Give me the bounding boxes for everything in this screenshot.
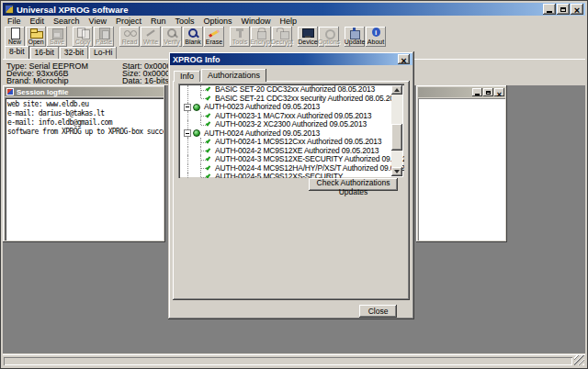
collapse-icon[interactable]	[184, 104, 191, 111]
check-authorizations-updates-button[interactable]: Check Authorizations Updates	[309, 178, 398, 191]
tree-root-guide	[187, 155, 188, 164]
toolbar: NewOpenSaveCopyPasteReadWriteVerifyBlank…	[3, 27, 585, 48]
log-line: web site: www.eldb.eu	[7, 100, 162, 109]
child-close-icon[interactable]	[494, 88, 504, 96]
tab-16-bit[interactable]: 16-bit	[30, 47, 59, 59]
update-icon	[348, 28, 362, 39]
dialog-tab-authorizations[interactable]: Authorizations	[201, 69, 266, 82]
dialog-close-button[interactable]: Close	[359, 305, 397, 318]
status-bar	[3, 354, 585, 366]
menu-item-tools[interactable]: Tools	[170, 17, 198, 26]
resize-grip[interactable]	[574, 355, 584, 365]
check-icon	[205, 147, 213, 155]
authorizations-list[interactable]: BASIC SET-20 CDC32xx Authorized 08.05.20…	[178, 84, 404, 178]
session-logfile-titlebar[interactable]: Session logfile	[5, 87, 164, 96]
save-icon	[51, 28, 64, 39]
open-icon	[29, 28, 43, 39]
toolbar-button-label: Copy	[75, 39, 90, 46]
check-glyph	[206, 173, 211, 178]
scroll-thumb[interactable]	[391, 124, 402, 151]
dialog-tab-info[interactable]: Info	[174, 71, 200, 82]
collapse-icon[interactable]	[184, 129, 191, 137]
child-minimize-icon[interactable]	[472, 88, 482, 96]
toolbar-button-label: Update	[345, 39, 366, 46]
tab-32-bit[interactable]: 32-bit	[60, 47, 88, 59]
session-logfile-title: Session logfile	[17, 88, 68, 96]
tools-button: Tools	[230, 27, 250, 47]
auth-row-text: BASIC SET-20 CDC32xx Authorized 08.05.20…	[215, 85, 375, 94]
scroll-up-icon[interactable]	[391, 85, 402, 95]
erase-icon	[208, 28, 221, 39]
menu-item-window[interactable]: Window	[237, 17, 276, 26]
menu-item-view[interactable]: View	[85, 17, 111, 26]
open-button[interactable]: Open	[26, 27, 46, 47]
toolbar-button-label: Save	[50, 39, 64, 46]
minimize-icon[interactable]	[543, 4, 556, 15]
tab-lo-hi[interactable]: Lo-Hi	[89, 47, 117, 59]
device-info-line: Brand: Microchip	[6, 77, 88, 84]
restore-icon[interactable]	[557, 4, 570, 15]
about-icon	[369, 28, 383, 39]
check-icon	[205, 95, 213, 103]
session-log-content[interactable]: web site: www.eldb.eue-mail: darius-b@ta…	[5, 97, 164, 240]
menu-item-edit[interactable]: Edit	[26, 17, 50, 26]
toolbar-button-label: Options	[318, 39, 340, 46]
app-icon	[5, 5, 14, 14]
decrypt-button: Decrypt	[272, 27, 292, 47]
menu-item-help[interactable]: Help	[276, 17, 302, 26]
tab-8-bit[interactable]: 8-bit	[5, 46, 29, 59]
dialog-titlebar[interactable]: XPROG Info	[170, 53, 413, 65]
tree-root-guide	[187, 85, 188, 95]
auth-row-text: AUTH-0024-1 MC9S12Cxx Authorized 09.05.2…	[215, 138, 381, 146]
log-line: e-mail: info.eldb@gmail.com	[7, 118, 162, 128]
tree-root-guide	[187, 147, 188, 156]
xprog-info-dialog: XPROG Info InfoAuthorizations BASIC SET-…	[168, 51, 414, 319]
new-button[interactable]: New	[5, 27, 25, 47]
decrypt-icon	[276, 28, 289, 39]
dialog-title: XPROG Info	[173, 55, 220, 64]
toolbar-button-label: Write	[143, 39, 158, 46]
auth-row-text: AUTH-0024-3 MC9S12XE-SECURITY Authorized…	[215, 155, 404, 163]
auth-row-text: AUTH-0023-2 XC2300 Authorized 09.05.2013	[215, 120, 367, 129]
tree-root-guide	[187, 112, 188, 121]
scroll-down-icon[interactable]	[391, 167, 402, 176]
about-button[interactable]: About	[366, 27, 386, 47]
minus-glyph	[186, 106, 189, 107]
child-window-titlebar[interactable]	[418, 87, 505, 97]
dialog-tabs: InfoAuthorizations	[174, 69, 267, 82]
check-icon	[205, 112, 213, 120]
session-logfile-panel: Session logfile web site: www.eldb.eue-m…	[3, 85, 165, 242]
mdi-child-window	[416, 85, 507, 242]
tree-root-guide	[187, 95, 188, 104]
update-button[interactable]: Update	[345, 27, 365, 47]
check-glyph	[206, 121, 211, 127]
child-restore-icon[interactable]	[483, 88, 493, 96]
menu-item-search[interactable]: Search	[49, 17, 85, 26]
erase-button[interactable]: Erase	[204, 27, 224, 47]
menu-item-run[interactable]: Run	[146, 17, 171, 26]
child-window-content[interactable]	[418, 98, 505, 240]
close-icon[interactable]	[571, 4, 583, 15]
dialog-close-icon[interactable]	[398, 54, 410, 64]
device-button[interactable]: Device	[298, 27, 318, 47]
authorizations-tab-page: BASIC SET-20 CDC32xx Authorized 08.05.20…	[173, 81, 410, 300]
toolbar-button-label: Read	[122, 39, 138, 46]
menu-item-options[interactable]: Options	[198, 17, 236, 26]
window-title: Universal XPROG software	[17, 5, 128, 15]
check-icon	[205, 120, 213, 129]
toolbar-button-label: Device	[298, 39, 317, 46]
menu-item-project[interactable]: Project	[111, 17, 146, 26]
copy-icon	[76, 28, 90, 39]
menu-bar: FileEditSearchViewProjectRunToolsOptions…	[3, 16, 585, 27]
minus-glyph	[186, 133, 189, 134]
list-scrollbar[interactable]	[391, 85, 402, 176]
toolbar-button-label: About	[368, 39, 384, 46]
verify-icon	[165, 28, 179, 39]
check-glyph	[206, 112, 211, 117]
blank-icon	[187, 28, 200, 39]
options-icon	[322, 28, 336, 39]
authorizations-rows: BASIC SET-20 CDC32xx Authorized 08.05.20…	[180, 85, 391, 178]
menu-item-file[interactable]: File	[3, 17, 26, 26]
title-bar[interactable]: Universal XPROG software	[3, 3, 585, 16]
blank-button[interactable]: Blank	[183, 27, 203, 47]
